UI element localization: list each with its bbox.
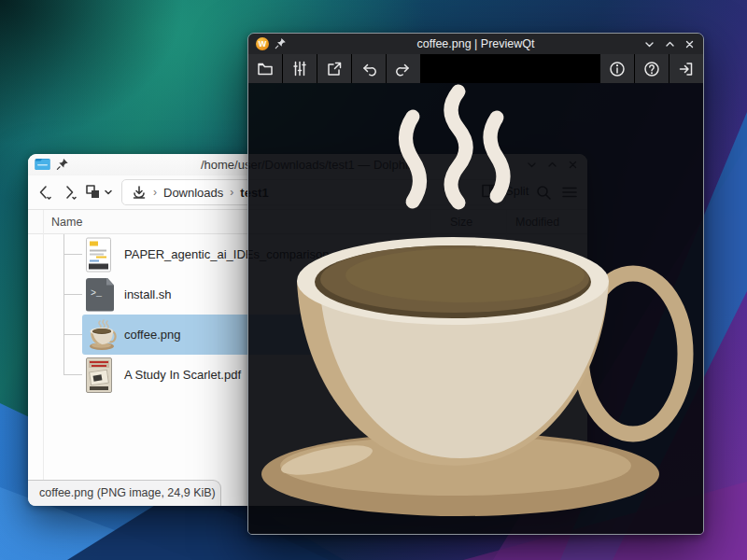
desktop: /home/user/Downloads/test1 — Dolphin (0, 0, 747, 560)
undo-button[interactable] (352, 54, 387, 83)
pin-icon[interactable] (56, 158, 69, 171)
file-name: install.sh (124, 274, 172, 315)
dolphin-app-icon (35, 158, 50, 171)
info-button[interactable] (599, 54, 634, 83)
coffee-image (248, 83, 703, 534)
open-folder-button[interactable] (248, 54, 283, 83)
breadcrumb-downloads[interactable]: Downloads (163, 186, 223, 200)
coffee-sheen (345, 248, 585, 302)
previewqt-toolbar (248, 54, 703, 83)
book-cover-thumbnail-icon (86, 357, 112, 393)
open-external-button[interactable] (317, 54, 352, 83)
image-viewer[interactable] (248, 83, 703, 534)
forward-button[interactable] (58, 181, 80, 203)
pdf-paper-thumbnail-icon (86, 237, 111, 272)
breadcrumb-separator: › (230, 186, 233, 199)
download-icon (132, 185, 147, 200)
toolbar-spacer (421, 54, 599, 83)
exit-button[interactable] (669, 54, 703, 83)
previewqt-minimize-button[interactable] (641, 36, 656, 51)
file-name: A Study In Scarlet.pdf (124, 355, 241, 395)
previewqt-close-button[interactable] (682, 36, 697, 51)
previewqt-window: coffee.png | PreviewQt W (247, 33, 704, 535)
coffee-thumbnail-icon (86, 319, 120, 351)
previewqt-maximize-button[interactable] (662, 36, 677, 51)
adjust-sliders-button[interactable] (283, 54, 317, 83)
breadcrumb-separator: › (153, 186, 157, 199)
view-mode-caret-icon[interactable] (101, 181, 116, 203)
previewqt-app-icon: W (256, 37, 269, 50)
back-button[interactable] (34, 181, 56, 203)
previewqt-titlebar[interactable]: coffee.png | PreviewQt W (248, 34, 703, 54)
script-symbol: >_ (91, 288, 102, 299)
redo-button[interactable] (387, 54, 421, 83)
status-bar: coffee.png (PNG image, 24,9 KiB) (28, 480, 221, 506)
steam-wisps (406, 91, 504, 203)
previewqt-window-title: coffee.png | PreviewQt (248, 34, 703, 54)
help-button[interactable] (634, 54, 669, 83)
file-name: coffee.png (124, 315, 180, 355)
shell-script-icon: >_ (86, 278, 114, 312)
pin-icon[interactable] (275, 37, 287, 49)
column-header-name[interactable]: Name (51, 210, 82, 234)
